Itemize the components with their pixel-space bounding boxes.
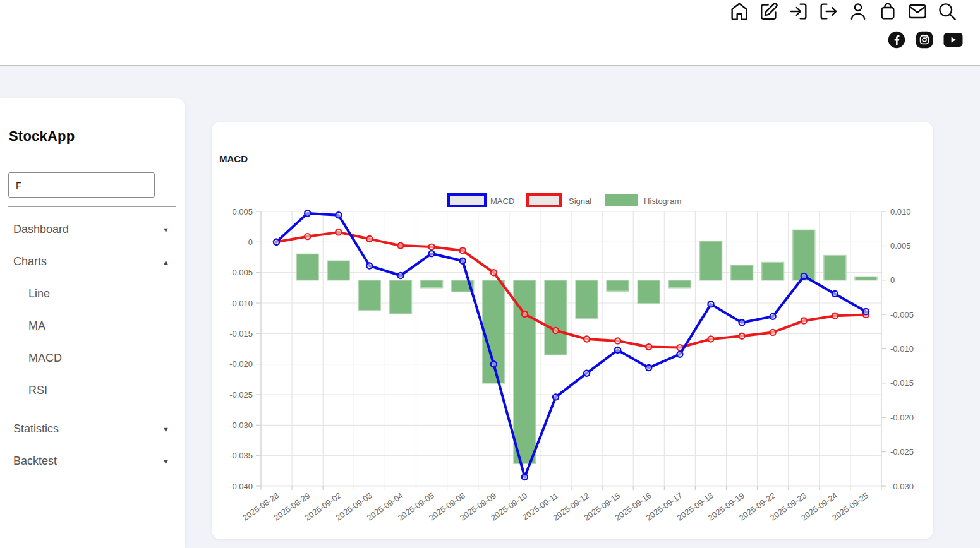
histogram-bar — [731, 265, 753, 280]
ticker-input[interactable] — [8, 172, 155, 198]
macd-point — [832, 291, 838, 297]
signal-point — [832, 313, 838, 319]
histogram-bar — [514, 280, 536, 463]
histogram-bar — [576, 280, 598, 319]
macd-point — [739, 319, 745, 325]
home-icon[interactable] — [729, 1, 749, 21]
histogram-bar — [390, 280, 412, 314]
macd-point — [491, 361, 497, 367]
right-axis-tick: -0.025 — [890, 447, 914, 456]
right-axis-tick: -0.030 — [890, 482, 914, 491]
histogram-bar — [607, 280, 629, 291]
right-axis-tick: -0.015 — [890, 378, 914, 388]
sidebar-item-rsi[interactable]: RSI — [0, 374, 185, 407]
macd-point — [863, 309, 869, 314]
sidebar-item-label: Line — [28, 287, 50, 301]
right-axis-tick: 0.005 — [890, 241, 911, 251]
macd-point — [522, 474, 528, 480]
logout-icon[interactable] — [818, 1, 838, 21]
sidebar-divider — [8, 206, 176, 207]
signal-point — [491, 270, 497, 275]
right-axis-tick: 0.010 — [890, 207, 911, 217]
sidebar-item-charts[interactable]: Charts ▲ — [0, 246, 185, 278]
histogram-bar — [327, 261, 349, 280]
left-axis-tick: 0 — [248, 237, 253, 247]
chevron-down-icon[interactable]: ▼ — [162, 458, 169, 465]
macd-point — [553, 394, 559, 400]
legend-label: MACD — [490, 196, 514, 206]
sidebar-item-label: Statistics — [13, 422, 59, 436]
macd-point — [429, 251, 435, 256]
histogram-bar — [824, 256, 846, 280]
right-axis-tick: 0 — [890, 275, 895, 285]
user-icon[interactable] — [848, 1, 868, 21]
macd-point — [274, 239, 279, 245]
macd-chart[interactable]: 0.0050-0.005-0.010-0.015-0.020-0.025-0.0… — [212, 122, 933, 539]
legend-label: Signal — [569, 196, 591, 206]
youtube-icon[interactable] — [943, 32, 963, 50]
sidebar-item-backtest[interactable]: Backtest ▼ — [0, 445, 185, 477]
signal-point — [708, 336, 713, 342]
signal-point — [305, 234, 310, 239]
sidebar-item-macd[interactable]: MACD — [0, 342, 185, 374]
legend-swatch — [605, 194, 638, 206]
shopping-bag-icon[interactable] — [878, 1, 898, 21]
sidebar-item-label: Backtest — [13, 455, 57, 468]
histogram-bar — [358, 280, 380, 311]
macd-point — [305, 210, 310, 216]
legend-label: Histogram — [644, 196, 681, 206]
login-icon[interactable] — [789, 1, 809, 21]
signal-point — [584, 336, 590, 342]
instagram-icon[interactable] — [916, 31, 933, 51]
left-axis-tick: -0.025 — [229, 390, 253, 400]
signal-point — [615, 338, 620, 343]
signal-point — [739, 333, 745, 339]
edit-icon[interactable] — [759, 1, 779, 21]
signal-point — [553, 328, 559, 333]
sidebar-item-label: Dashboard — [13, 223, 69, 236]
left-axis-tick: -0.005 — [229, 268, 253, 277]
search-icon[interactable] — [937, 1, 957, 21]
signal-point — [801, 318, 807, 323]
sidebar-item-line[interactable]: Line — [0, 278, 185, 310]
sidebar-menu: Dashboard ▼ Charts ▲ Line MA MACD RSI St… — [0, 213, 185, 477]
macd-point — [615, 347, 620, 353]
chevron-up-icon[interactable]: ▲ — [162, 258, 169, 266]
histogram-bar — [855, 277, 877, 280]
chevron-down-icon[interactable]: ▼ — [162, 226, 169, 234]
macd-point — [584, 371, 590, 376]
sidebar-item-statistics[interactable]: Statistics ▼ — [0, 413, 185, 445]
left-axis-tick: -0.030 — [229, 420, 253, 430]
histogram-bar — [545, 280, 567, 355]
facebook-icon[interactable] — [888, 31, 905, 51]
macd-point — [708, 301, 713, 307]
sidebar-item-ma[interactable]: MA — [0, 310, 185, 342]
histogram-bar — [668, 280, 691, 288]
social-icon-row — [888, 31, 963, 51]
right-axis-tick: -0.010 — [890, 344, 914, 354]
legend-swatch — [528, 194, 560, 206]
legend-swatch — [449, 194, 485, 206]
histogram-bar — [762, 263, 784, 280]
signal-point — [429, 244, 435, 250]
app-title: StockApp — [9, 128, 185, 145]
sidebar-item-label: MACD — [28, 352, 62, 365]
chevron-down-icon[interactable]: ▼ — [162, 426, 169, 433]
mail-icon[interactable] — [907, 1, 928, 21]
macd-point — [770, 314, 776, 319]
right-axis-tick: -0.020 — [890, 413, 914, 422]
macd-point — [366, 263, 372, 268]
sidebar-item-label: MA — [28, 319, 45, 333]
left-axis-tick: -0.010 — [229, 299, 253, 308]
signal-point — [366, 236, 372, 242]
left-axis-tick: -0.040 — [229, 482, 253, 491]
signal-point — [336, 229, 341, 235]
right-axis-tick: -0.005 — [890, 310, 914, 319]
left-axis-tick: 0.005 — [232, 207, 253, 217]
left-axis-tick: -0.020 — [229, 359, 253, 369]
sidebar-item-dashboard[interactable]: Dashboard ▼ — [0, 213, 185, 246]
signal-point — [460, 247, 466, 253]
signal-point — [397, 243, 403, 249]
histogram-bar — [421, 280, 443, 288]
sidebar-item-label: RSI — [28, 384, 47, 397]
